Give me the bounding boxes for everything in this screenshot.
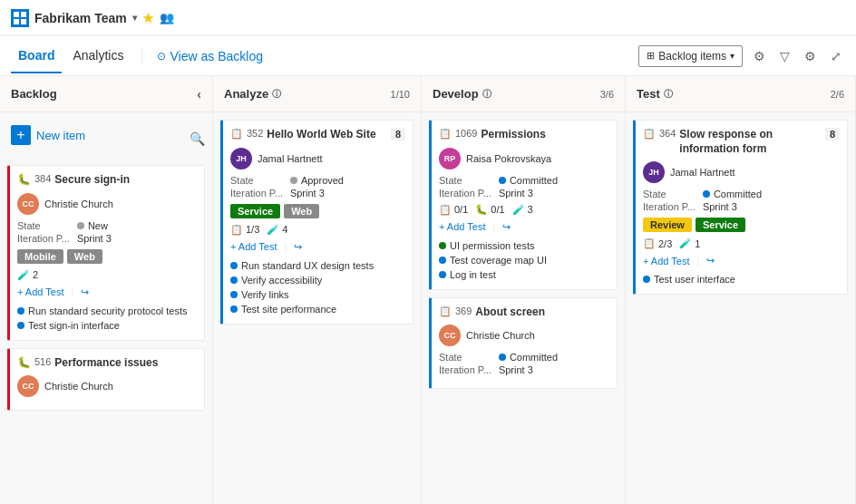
test-dot: [643, 276, 650, 283]
view-as-backlog-btn[interactable]: ⊙ View as Backlog: [150, 45, 269, 67]
tags-384: Mobile Web: [17, 249, 197, 264]
add-test-352[interactable]: + Add Test: [230, 241, 277, 252]
card-meta-352: State Approved Iteration P... Sprint 3: [230, 175, 405, 199]
flask-icon-1069: 🧪: [512, 204, 525, 216]
bug-icon-1069: 🐛: [475, 204, 488, 216]
card-counts-1069: 📋 0/1 🐛 0/1 🧪 3: [439, 204, 609, 216]
column-content-test: 📋 364 Slow response on information form …: [626, 112, 855, 504]
assignee-364: Jamal Hartnett: [670, 167, 735, 178]
board-container: Backlog ‹ + New item 🔍 🐛 384: [0, 76, 856, 504]
card-title-row-384: 🐛 384 Secure sign-in: [17, 173, 197, 188]
iteration-384: Sprint 3: [77, 233, 112, 244]
iteration-1069: Sprint 3: [499, 188, 533, 199]
add-test-1069[interactable]: + Add Test: [439, 221, 485, 232]
assignee-516: Christie Church: [44, 381, 113, 392]
card-title-352: Hello World Web Site: [267, 128, 375, 142]
people-icon[interactable]: 👥: [160, 11, 174, 24]
filter-settings-icon[interactable]: ⚙: [750, 45, 769, 67]
backlog-items-icon: ⊞: [647, 50, 655, 62]
link-364[interactable]: ↪: [706, 255, 715, 267]
card-avatar-row-369: CC Christie Church: [439, 325, 609, 346]
backlog-items-label: Backlog items: [658, 50, 726, 63]
new-item-button[interactable]: + New item: [7, 120, 89, 150]
state-value-352: Approved: [301, 175, 344, 186]
card-id-384: 384: [34, 173, 51, 184]
flask-icon-384: 🧪: [17, 269, 30, 281]
settings-icon[interactable]: ⚙: [801, 45, 820, 67]
card-avatar-row-516: CC Christie Church: [17, 375, 197, 397]
card-title-1069: Permissions: [481, 128, 545, 142]
state-value-1069: Committed: [510, 175, 558, 186]
avatar-352: JH: [230, 148, 252, 170]
card-actions-1069: + Add Test | ↪: [439, 221, 609, 233]
column-backlog: Backlog ‹ + New item 🔍 🐛 384: [0, 76, 213, 504]
info-icon-analyze: ⓘ: [272, 88, 281, 101]
backlog-items-chevron: ▾: [730, 51, 734, 61]
assignee-369: Christie Church: [466, 330, 535, 341]
column-header-backlog: Backlog ‹: [0, 76, 212, 112]
add-test-384[interactable]: + Add Test: [17, 286, 63, 297]
test-dot: [439, 271, 446, 278]
tab-board[interactable]: Board: [11, 39, 62, 73]
tests-384: Run standard security protocol tests Tes…: [17, 304, 197, 333]
tab-analytics[interactable]: Analytics: [65, 39, 131, 73]
card-avatar-row-364: JH Jamal Hartnett: [643, 161, 840, 183]
fullscreen-icon[interactable]: ⤢: [827, 45, 845, 67]
assignee-352: Jamal Hartnett: [258, 153, 323, 164]
link-352[interactable]: ↪: [294, 241, 302, 253]
test-dot: [230, 305, 238, 313]
card-title-row-352: 📋 352 Hello World Web Site 8: [230, 128, 405, 142]
new-item-label: New item: [36, 129, 85, 142]
card-id-352: 352: [247, 128, 263, 139]
card-title-row-369: 📋 369 About screen: [439, 305, 609, 320]
number-badge-364: 8: [825, 128, 840, 141]
column-title-backlog: Backlog: [11, 87, 57, 101]
star-icon[interactable]: ★: [142, 11, 154, 25]
card-516: 🐛 516 Performance issues CC Christie Chu…: [7, 348, 205, 412]
team-name: Fabrikam Team: [34, 11, 127, 25]
state-value-364: Committed: [714, 189, 762, 199]
card-364: 📋 364 Slow response on information form …: [633, 120, 848, 295]
column-title-develop: Develop: [433, 87, 479, 101]
test-item: UI permission tests: [439, 238, 609, 253]
link-384[interactable]: ↪: [81, 286, 89, 298]
test-item: Run standard security protocol tests: [17, 304, 197, 318]
add-test-364[interactable]: + Add Test: [643, 256, 689, 267]
bug-icon-384: 🐛: [17, 173, 31, 186]
iteration-369: Sprint 3: [499, 364, 533, 375]
flask-icon-352: 🧪: [267, 224, 279, 236]
card-369: 📋 369 About screen CC Christie Church St…: [429, 297, 618, 390]
nav-right: ⊞ Backlog items ▾ ⚙ ▽ ⚙ ⤢: [638, 45, 845, 67]
state-value-369: Committed: [510, 352, 558, 363]
test-item: Verify links: [230, 287, 405, 302]
column-develop: Develop ⓘ 3/6 📋 1069 Permissions RP Rais…: [422, 76, 626, 504]
link-1069[interactable]: ↪: [502, 221, 511, 233]
number-badge-352: 8: [391, 128, 405, 141]
team-logo: Fabrikam Team ▾ ★ 👥: [11, 9, 174, 27]
new-item-plus-icon: +: [11, 125, 31, 145]
search-icon[interactable]: 🔍: [190, 131, 205, 146]
test-item: Test site performance: [230, 302, 405, 316]
card-title-516: Performance issues: [54, 356, 158, 371]
column-test: Test ⓘ 2/6 📋 364 Slow response on inform…: [626, 76, 856, 504]
avatar-369: CC: [439, 325, 461, 346]
card-actions-364: + Add Test | ↪: [643, 255, 840, 267]
backlog-items-btn[interactable]: ⊞ Backlog items ▾: [638, 45, 743, 67]
test-dot: [17, 322, 24, 329]
state-dot-384: [77, 222, 84, 229]
card-meta-1069: State Committed Iteration P... Sprint 3: [439, 175, 609, 199]
test-dot: [230, 276, 238, 284]
column-analyze: Analyze ⓘ 1/10 📋 352 Hello World Web Sit…: [213, 76, 422, 504]
test-dot-green: [439, 242, 446, 249]
card-id-364: 364: [659, 128, 676, 139]
card-title-384: Secure sign-in: [54, 173, 130, 188]
nav-divider: [141, 47, 142, 65]
chevron-down-icon[interactable]: ▾: [132, 13, 137, 23]
collapse-icon[interactable]: ‹: [197, 87, 201, 102]
filter-icon[interactable]: ▽: [776, 45, 793, 67]
card-avatar-row-352: JH Jamal Hartnett: [230, 148, 405, 170]
tests-364: Test user interface: [643, 272, 840, 286]
flask-count-352: 4: [282, 224, 287, 235]
card-id-1069: 1069: [455, 128, 477, 139]
state-dot-1069: [499, 177, 506, 184]
